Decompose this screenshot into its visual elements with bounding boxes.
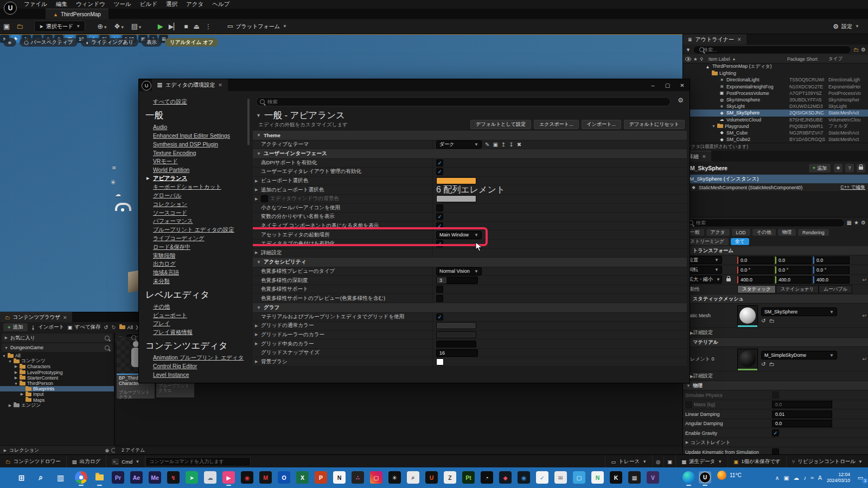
screenshot-button[interactable]: ▣ xyxy=(663,455,675,468)
tray-icon[interactable]: ≈ xyxy=(810,474,814,481)
tree-item-Input[interactable]: ▶Input xyxy=(0,391,114,397)
tree-item-All[interactable]: ▼All xyxy=(0,353,114,358)
dialog-minimize-button[interactable]: – xyxy=(646,79,660,91)
dialog-title-bar[interactable]: U エディタの環境設定 ✕ – ▢ ✕ xyxy=(139,79,690,91)
viewport-realtime-chip[interactable]: リアルタイム オフ xyxy=(165,38,218,47)
color-swatch[interactable] xyxy=(436,177,476,184)
taskbar-compass-app-icon[interactable]: ◔ xyxy=(481,471,493,484)
tray-icon[interactable]: A xyxy=(818,474,822,481)
taskbar-k-app-icon[interactable]: K xyxy=(610,471,622,484)
expand-icon[interactable]: ▶ xyxy=(20,392,24,396)
favorites-icon[interactable]: ★ xyxy=(854,220,859,226)
use-selected-icon[interactable]: ↺ xyxy=(761,361,765,367)
display-options-icon[interactable]: ▦ xyxy=(847,220,852,226)
add-content-button[interactable]: + 追加 xyxy=(3,323,28,331)
asset-thumbnail[interactable] xyxy=(737,305,758,326)
button-デフォルトにリセット[interactable]: デフォルトにリセット xyxy=(624,120,685,129)
sidebar-item-プレイ資格情報[interactable]: プレイ資格情報 xyxy=(145,328,246,337)
use-selected-icon[interactable]: ↺ xyxy=(761,318,765,324)
blueprint-convert-icon[interactable]: ❖ xyxy=(834,164,843,172)
lock-icon[interactable] xyxy=(857,164,865,172)
pin-column-icon[interactable]: ⚲ xyxy=(700,56,703,62)
history-forward-icon[interactable]: ↻ xyxy=(112,324,116,330)
tree-item-LevelPrototyping[interactable]: ▶LevelPrototyping xyxy=(0,370,114,375)
checkbox[interactable]: ✓ xyxy=(436,240,443,247)
close-icon[interactable]: ✕ xyxy=(63,315,67,320)
mobility-row[interactable]: 可動性スタティックステイショナリムーバブル xyxy=(683,285,868,294)
expand-icon[interactable]: ▶ xyxy=(8,403,12,408)
details-section-トランスフォーム[interactable]: ▼トランスフォーム xyxy=(683,246,868,255)
value-gy[interactable]: 0.0 xyxy=(775,256,812,264)
expand-icon[interactable]: ▼ xyxy=(2,354,6,358)
value-field[interactable]: 0.0 xyxy=(772,401,832,408)
menu-item-ヘルプ[interactable]: ヘルプ xyxy=(208,0,234,9)
derived-data-dropdown[interactable]: ▦ 派生データ▼ xyxy=(675,455,727,468)
insights-button[interactable]: ◎ xyxy=(652,455,663,468)
pre-checkbox[interactable] xyxy=(685,401,692,408)
taskbar-task-view-icon[interactable]: ▥ xyxy=(54,471,67,484)
settings-section-Theme[interactable]: ▼Theme xyxy=(253,131,687,140)
asset-row-Static Mesh[interactable]: Static MeshSM_SkySphere▼↺🗀↩ xyxy=(683,304,868,328)
duplicate-icon[interactable]: ▣ xyxy=(493,142,497,147)
viewport-menu-icon[interactable]: ≡ xyxy=(3,38,16,47)
search-icon[interactable] xyxy=(105,336,110,341)
weather-widget[interactable]: 11°C xyxy=(717,471,742,480)
sidebar-item-VRモード[interactable]: VRモード xyxy=(145,157,246,166)
play-button[interactable]: ▶ xyxy=(155,22,166,30)
taskbar-chrome-icon[interactable] xyxy=(75,471,87,484)
dropdown-Main Window[interactable]: Main Window▼ xyxy=(436,231,482,239)
menu-item-編集[interactable]: 編集 xyxy=(52,0,72,9)
details-search-input[interactable] xyxy=(686,219,845,227)
checkbox[interactable] xyxy=(436,286,443,293)
filter-icon[interactable]: ▼ xyxy=(686,47,691,53)
physics-row-Linear Damping[interactable]: Linear Damping0.01 xyxy=(683,409,868,419)
expand-icon[interactable]: ▶ xyxy=(14,376,18,380)
expand-icon[interactable]: ▶ xyxy=(255,359,258,364)
details-component-row[interactable]: ◆ StaticMeshComponent (StaticMeshCompone… xyxy=(683,183,868,192)
mobility-option-ムーバブル[interactable]: ムーバブル xyxy=(819,285,852,293)
collections-row[interactable]: ▶コレクション ⊕ xyxy=(0,445,119,455)
open-asset-icon[interactable]: 🗀 xyxy=(13,22,27,30)
button-デフォルトとして設定[interactable]: デフォルトとして設定 xyxy=(470,120,531,129)
outliner-row-PostProcessVolume[interactable]: ▣PostProcessVolumeA7GPT109Y6ZPostProcess… xyxy=(683,90,868,97)
outliner-row-SkyLight[interactable]: ✳SkyLightDXUWD12MD3SkyLight xyxy=(683,103,868,110)
button-エクスポート...[interactable]: エクスポート... xyxy=(534,120,579,129)
checkbox[interactable] xyxy=(436,295,443,302)
settings-row-色覚多様性サポート[interactable]: 色覚多様性サポート xyxy=(253,285,687,294)
menu-item-ウィンドウ[interactable]: ウィンドウ xyxy=(72,0,110,9)
value-field[interactable]: 0.0 xyxy=(772,420,832,427)
preferences-search-input[interactable] xyxy=(256,97,671,106)
sidebar-item-ライブコーディング[interactable]: ライブコーディング xyxy=(145,234,246,243)
taskbar-media-encoder-icon[interactable]: Me xyxy=(149,471,161,484)
taskbar-start-icon[interactable]: ⊞ xyxy=(15,471,28,484)
breadcrumb[interactable]: All ❯ xyxy=(119,324,139,330)
taskbar-box-app-icon[interactable]: ▢ xyxy=(573,471,585,484)
sidebar-item-アピアランス[interactable]: アピアランス xyxy=(145,175,246,183)
value-bz[interactable]: 0.0 ° xyxy=(813,266,850,274)
sidebar-item-その他[interactable]: その他 xyxy=(145,303,246,311)
outliner-row-Playground[interactable]: ▼PlaygroundPIQ0B2FNWR1フォルダ xyxy=(683,123,868,130)
taskbar-terminal-app-icon[interactable]: ▦ xyxy=(628,471,641,484)
blueprints-icon[interactable]: ❖▼ xyxy=(111,22,128,30)
value-gy[interactable]: 400.0 xyxy=(775,276,812,284)
expand-icon[interactable]: ▶ xyxy=(690,330,693,336)
taskbar-mail-app-icon[interactable]: ✉ xyxy=(554,471,567,484)
filter-chip-その他[interactable]: その他 xyxy=(752,229,776,236)
help-icon[interactable]: ? xyxy=(845,164,854,172)
console-input[interactable] xyxy=(145,457,251,466)
expand-icon[interactable]: ▶ xyxy=(255,188,258,192)
taskbar-zbrush-icon[interactable]: Z xyxy=(444,471,456,484)
expand-icon[interactable]: ▶ xyxy=(685,440,689,445)
settings-row-エディタウィンドウの背景色[interactable]: ▶エディタウィンドウの背景色 xyxy=(253,195,687,204)
settings-row-小さなツールバーアイコンを使用[interactable]: 小さなツールバーアイコンを使用 xyxy=(253,204,687,213)
tab-outliner[interactable]: ≣ アウトライナー ✕ xyxy=(683,34,746,44)
reset-icon[interactable]: ↩ xyxy=(862,313,866,318)
unreal-taskbar-icon[interactable]: U xyxy=(699,471,711,484)
taskbar-dots-app-icon[interactable]: ∴ xyxy=(352,471,364,484)
export-icon[interactable]: ↥ xyxy=(501,142,506,147)
sidebar-item-ロード&保存中[interactable]: ロード&保存中 xyxy=(145,243,246,252)
expand-icon[interactable]: ▶ xyxy=(690,374,693,379)
height-fog-sprite-icon[interactable]: ≋ xyxy=(112,165,116,171)
transform-row-回転[interactable]: 回転▼0.0 °0.0 °0.0 ° xyxy=(683,265,868,275)
sidebar-item-プレイ[interactable]: プレイ xyxy=(145,320,246,329)
